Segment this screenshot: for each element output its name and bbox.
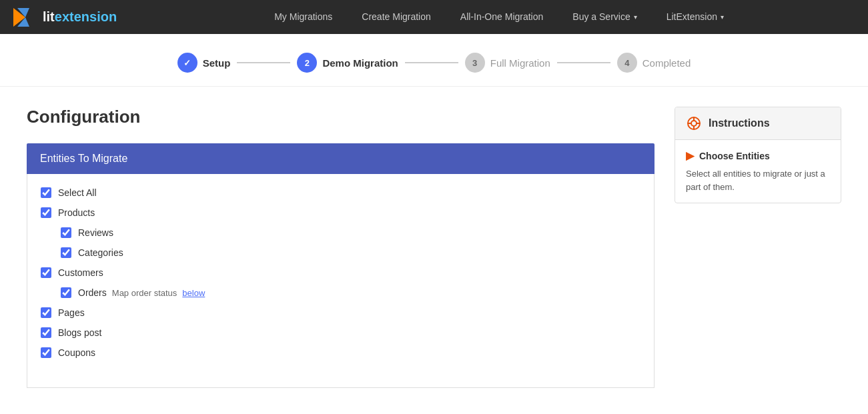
checkbox-products: Products	[41, 207, 640, 218]
checkbox-blogs-input[interactable]	[41, 327, 51, 338]
map-order-text: Map order status	[112, 288, 177, 298]
checkbox-customers-label[interactable]: Customers	[58, 267, 103, 278]
choose-entities-desc: Select all entities to migrate or just a…	[686, 167, 830, 193]
checkbox-blogs: Blogs post	[41, 327, 640, 338]
checkbox-select-all-input[interactable]	[41, 187, 51, 198]
checkbox-customers-input[interactable]	[41, 267, 51, 278]
main-content: Configuration Entities To Migrate Select…	[0, 87, 868, 408]
checkbox-pages-input[interactable]	[41, 307, 51, 318]
entities-to-migrate: Entities To Migrate Select All Products …	[27, 143, 655, 388]
svg-point-4	[691, 121, 697, 126]
checkbox-orders-label[interactable]: Orders	[78, 287, 107, 298]
navbar: litextension My Migrations Create Migrat…	[0, 0, 868, 34]
checkbox-categories: Categories	[61, 247, 640, 258]
step-3-circle: 3	[465, 53, 485, 73]
step-connector-2	[405, 62, 458, 63]
checkbox-reviews: Reviews	[61, 227, 640, 238]
navbar-nav: My Migrations Create Migration All-In-On…	[143, 0, 855, 34]
orders-row: Orders Map order status below	[78, 287, 205, 298]
logo-text: litextension	[43, 9, 117, 25]
step-1: ✓ Setup	[177, 53, 231, 73]
checkbox-products-input[interactable]	[41, 207, 51, 218]
map-order-link[interactable]: below	[182, 288, 205, 298]
checkbox-products-label[interactable]: Products	[58, 207, 95, 218]
checkbox-pages-label[interactable]: Pages	[58, 307, 85, 318]
step-connector-1	[237, 62, 290, 63]
nav-all-in-one[interactable]: All-In-One Migration	[446, 0, 558, 34]
checkbox-orders: Orders Map order status below	[61, 287, 640, 298]
checkbox-coupons-input[interactable]	[41, 347, 51, 358]
checkbox-select-all: Select All	[41, 187, 640, 198]
checkbox-coupons: Coupons	[41, 347, 640, 358]
orange-arrow-icon: ▶	[686, 149, 694, 162]
step-2: 2 Demo Migration	[297, 53, 398, 73]
page-title: Configuration	[27, 107, 655, 127]
entities-header: Entities To Migrate	[27, 143, 655, 174]
checkbox-reviews-input[interactable]	[61, 227, 71, 238]
checkbox-pages: Pages	[41, 307, 640, 318]
checkbox-customers: Customers	[41, 267, 640, 278]
checkbox-categories-input[interactable]	[61, 247, 71, 258]
lifebuoy-icon	[686, 115, 702, 131]
step-4-label: Completed	[642, 57, 691, 69]
nav-buy-service[interactable]: Buy a Service ▾	[558, 0, 651, 34]
step-3-label: Full Migration	[490, 57, 550, 69]
checkbox-reviews-label[interactable]: Reviews	[78, 227, 113, 238]
nav-litextension[interactable]: LitExtension ▾	[652, 0, 739, 34]
step-4: 4 Completed	[617, 53, 691, 73]
instructions-header: Instructions	[675, 107, 841, 140]
checkbox-select-all-label[interactable]: Select All	[58, 187, 97, 198]
nav-my-migrations[interactable]: My Migrations	[260, 0, 347, 34]
instructions-title: Instructions	[709, 117, 770, 129]
checkbox-orders-input[interactable]	[61, 287, 71, 298]
brand-logo[interactable]: litextension	[13, 5, 117, 29]
step-1-circle: ✓	[177, 53, 197, 73]
stepper: ✓ Setup 2 Demo Migration 3 Full Migratio…	[0, 34, 868, 87]
right-panel: Instructions ▶ Choose Entities Select al…	[675, 107, 841, 388]
buy-service-dropdown-arrow: ▾	[634, 0, 637, 34]
instructions-box: Instructions ▶ Choose Entities Select al…	[675, 107, 841, 203]
checkbox-categories-label[interactable]: Categories	[78, 247, 123, 258]
nav-create-migration[interactable]: Create Migration	[347, 0, 446, 34]
choose-entities-title: ▶ Choose Entities	[686, 149, 830, 162]
instructions-body: ▶ Choose Entities Select all entities to…	[675, 140, 841, 203]
step-4-circle: 4	[617, 53, 637, 73]
left-panel: Configuration Entities To Migrate Select…	[27, 107, 655, 388]
step-connector-3	[557, 62, 610, 63]
litextension-dropdown-arrow: ▾	[721, 0, 724, 34]
step-2-circle: 2	[297, 53, 317, 73]
step-3: 3 Full Migration	[465, 53, 550, 73]
step-2-label: Demo Migration	[322, 57, 398, 69]
checkbox-blogs-label[interactable]: Blogs post	[58, 327, 101, 338]
logo-icon	[13, 5, 37, 29]
step-1-label: Setup	[203, 57, 231, 69]
checkbox-coupons-label[interactable]: Coupons	[58, 347, 95, 358]
entities-body: Select All Products Reviews Categories	[27, 174, 655, 388]
